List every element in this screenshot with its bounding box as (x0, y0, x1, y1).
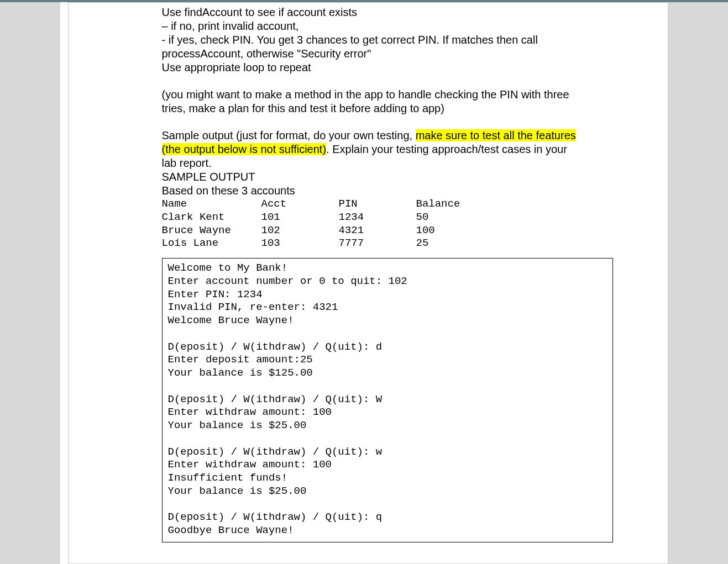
account-row: Bruce Wayne 102 4321 100 (162, 224, 613, 238)
instruction-line: - if yes, check PIN. You get 3 chances t… (162, 33, 613, 47)
accounts-intro: Based on these 3 accounts (162, 184, 613, 198)
cell-acct: 103 (261, 237, 339, 250)
sample-output-box: Welcome to My Bank! Enter account number… (162, 258, 613, 542)
instruction-line: tries, make a plan for this and test it … (162, 102, 613, 115)
col-balance: Balance (416, 198, 613, 211)
col-pin: PIN (339, 198, 416, 211)
cell-name: Lois Lane (162, 237, 261, 250)
cell-balance: 50 (416, 211, 613, 224)
instruction-line: – if no, print invalid account, (162, 19, 613, 33)
instruction-line: (the output below is not sufficient). Ex… (162, 143, 613, 156)
account-row: Lois Lane 103 7777 25 (162, 237, 613, 250)
account-row: Clark Kent 101 1234 50 (162, 211, 613, 224)
instruction-line: (you might want to make a method in the … (162, 88, 613, 102)
instruction-line: lab report. (162, 156, 613, 170)
highlighted-text: make sure to test all the features (416, 129, 576, 141)
cell-pin: 7777 (339, 237, 416, 250)
cell-pin: 4321 (339, 224, 416, 238)
cell-balance: 100 (416, 224, 613, 238)
col-acct: Acct (261, 198, 339, 211)
cell-acct: 102 (261, 224, 339, 238)
text-run: Sample output (just for format, do your … (162, 129, 416, 141)
instruction-line: Use appropriate loop to repeat (162, 61, 613, 75)
instruction-line: processAccount, otherwise "Security erro… (162, 47, 613, 61)
sample-output-heading: SAMPLE OUTPUT (162, 170, 613, 184)
cell-balance: 25 (416, 237, 613, 250)
accounts-header-row: Name Acct PIN Balance (162, 198, 613, 211)
cell-name: Clark Kent (162, 211, 261, 224)
page-left-gutter (60, 2, 69, 564)
cell-pin: 1234 (339, 211, 416, 224)
instruction-line: Sample output (just for format, do your … (162, 129, 613, 143)
cell-name: Bruce Wayne (162, 224, 261, 238)
col-name: Name (162, 198, 261, 211)
text-run: . Explain your testing approach/test cas… (326, 143, 567, 155)
instruction-line: Use findAccount to see if account exists (162, 6, 613, 19)
document-page: Use findAccount to see if account exists… (68, 2, 668, 564)
cell-acct: 101 (261, 211, 339, 224)
highlighted-text: (the output below is not sufficient) (162, 143, 327, 155)
